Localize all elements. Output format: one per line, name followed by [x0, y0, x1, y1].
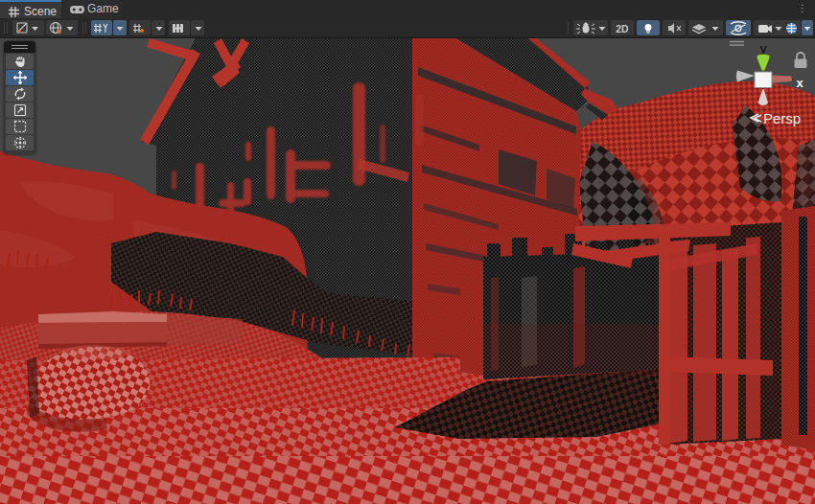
- svg-text:2D: 2D: [616, 23, 629, 34]
- svg-text:x: x: [796, 76, 803, 90]
- svg-text:Persp: Persp: [763, 110, 801, 126]
- svg-text:y: y: [759, 41, 767, 56]
